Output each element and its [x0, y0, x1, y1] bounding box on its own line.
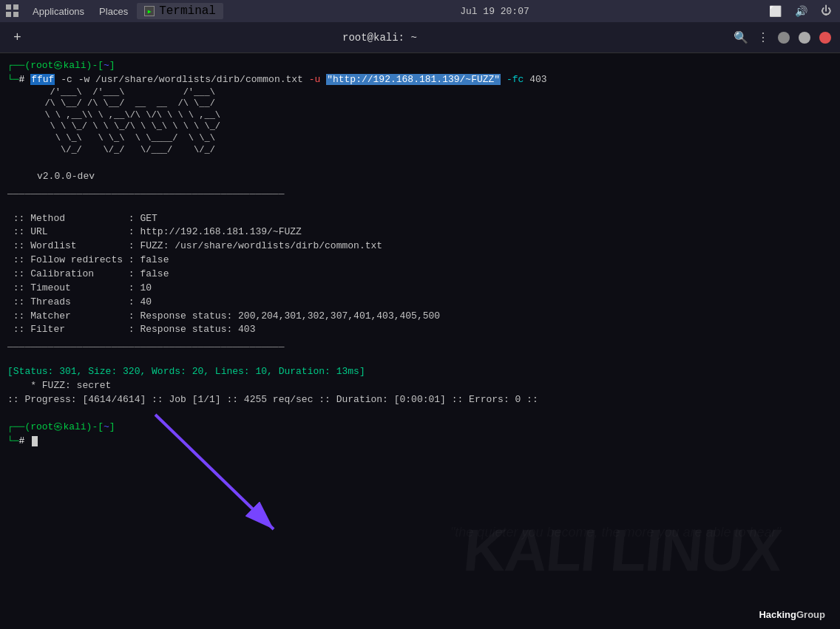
ascii-art-4: \ \ \_/ \ \ \_/\ \ \_\ \ \ \ \_/	[7, 121, 833, 133]
applications-menu[interactable]: Applications	[27, 4, 90, 18]
power-icon[interactable]: ⏻	[818, 4, 834, 18]
config-method-line: :: Method : GET	[7, 212, 833, 226]
cmd-ffuf: ffuf	[30, 74, 55, 85]
config-matcher-line: :: Matcher : Response status: 200,204,30…	[7, 310, 833, 324]
watermark-text: KALI LINUX	[461, 517, 784, 585]
cmd-space2	[501, 74, 507, 85]
ascii-art-5: \ \_\ \ \_\ \ \____/ \ \_\	[7, 133, 833, 145]
places-menu[interactable]: Places	[93, 4, 134, 18]
ascii-art-6: \/_/ \/_/ \/___/ \/_/	[7, 145, 833, 157]
ascii-art-empty	[7, 156, 833, 170]
config-threads-line: :: Threads : 40	[7, 296, 833, 310]
result-status-line: [Status: 301, Size: 320, Words: 20, Line…	[7, 365, 833, 379]
prompt-hash-2: #	[19, 435, 31, 446]
separator-1: ________________________________________…	[7, 184, 833, 198]
terminal-tab-icon: ▶	[144, 6, 155, 16]
titlebar-right: 🔍 ⋮	[734, 30, 831, 45]
fuzz-result-line: * FUZZ: secret	[7, 379, 833, 393]
cmd-num: 403	[524, 74, 546, 85]
version-line: v2.0.0-dev	[7, 170, 833, 184]
taskbar-right: ⬜ 🔊 ⏻	[766, 4, 834, 19]
terminal-content[interactable]: KALI LINUX "the quieter you become, the …	[0, 53, 840, 629]
prompt-arrow-2: └─	[7, 435, 19, 446]
terminal-tab-label: Terminal	[159, 4, 216, 18]
cursor	[32, 436, 38, 446]
branding: HackingGroup	[759, 609, 825, 620]
new-tab-button[interactable]: +	[9, 30, 26, 45]
progress-line: :: Progress: [4614/4614] :: Job [1/1] ::…	[7, 393, 833, 407]
cmd-flag-fc: -fc	[507, 74, 524, 85]
watermark-sub: "the quieter you become, the more you ar…	[450, 525, 781, 540]
config-filter-line: :: Filter : Response status: 403	[7, 323, 833, 337]
prompt-line-1: ┌──(root㉿kali)-[~]	[7, 59, 833, 73]
titlebar-left: +	[9, 30, 26, 45]
maximize-button[interactable]	[799, 32, 810, 44]
terminal-titlebar: + root@kali: ~ 🔍 ⋮	[0, 22, 840, 53]
display-icon[interactable]: ⬜	[766, 4, 785, 19]
terminal-window: + root@kali: ~ 🔍 ⋮ KALI LINUX "the quiet…	[0, 22, 840, 629]
menu-icon[interactable]: ⋮	[757, 30, 769, 45]
cmd-flags: -c -w /usr/share/wordlists/dirb/common.t…	[55, 74, 308, 85]
volume-icon[interactable]: 🔊	[792, 4, 810, 19]
search-icon[interactable]: 🔍	[734, 30, 748, 45]
config-follow-line: :: Follow redirects : false	[7, 254, 833, 268]
separator-2: ________________________________________…	[7, 337, 833, 351]
config-method	[7, 198, 833, 212]
terminal-tab[interactable]: ▶ Terminal	[137, 3, 223, 19]
ascii-art-1: /'___\ /'___\ /'___\	[7, 87, 833, 99]
cmd-space	[320, 74, 326, 85]
command-line: └─# ffuf -c -w /usr/share/wordlists/dirb…	[7, 73, 833, 87]
taskbar: Applications Places ▶ Terminal Jul 19 20…	[0, 0, 840, 22]
branding-hack: Hacking	[759, 609, 796, 620]
config-timeout-line: :: Timeout : 10	[7, 282, 833, 296]
empty-line	[7, 351, 833, 365]
cmd-url: "http://192.168.181.139/~FUZZ"	[326, 74, 501, 85]
minimize-button[interactable]	[778, 32, 790, 44]
ascii-art-2: /\ \__/ /\ \__/ __ __ /\ \__/	[7, 98, 833, 110]
cmd-flag-u: -u	[309, 74, 321, 85]
config-url-line: :: URL : http://192.168.181.139/~FUZZ	[7, 225, 833, 239]
terminal-title: root@kali: ~	[342, 32, 417, 44]
empty-line-2	[7, 407, 833, 421]
close-button[interactable]	[819, 32, 831, 44]
config-calib-line: :: Calibration : false	[7, 268, 833, 282]
prompt-line-2: ┌──(root㉿kali)-[~]	[7, 421, 833, 435]
branding-group: Group	[796, 609, 825, 620]
taskbar-datetime: Jul 19 20:07	[460, 6, 529, 17]
config-wordlist-line: :: Wordlist : FUZZ: /usr/share/wordlists…	[7, 239, 833, 254]
apps-grid-icon[interactable]	[6, 4, 19, 18]
ascii-art-3: \ \ ,__\\ \ ,__\/\ \/\ \ \ \ ,__\	[7, 110, 833, 122]
taskbar-left: Applications Places ▶ Terminal	[6, 3, 223, 19]
prompt-user: ┌──(root㉿kali)-[~]	[7, 60, 115, 71]
prompt-hash: #	[19, 74, 31, 85]
prompt-line-3: └─#	[7, 435, 833, 449]
prompt-user-2: ┌──(root㉿kali)-[~]	[7, 421, 115, 432]
prompt-arrow: └─	[7, 74, 19, 85]
